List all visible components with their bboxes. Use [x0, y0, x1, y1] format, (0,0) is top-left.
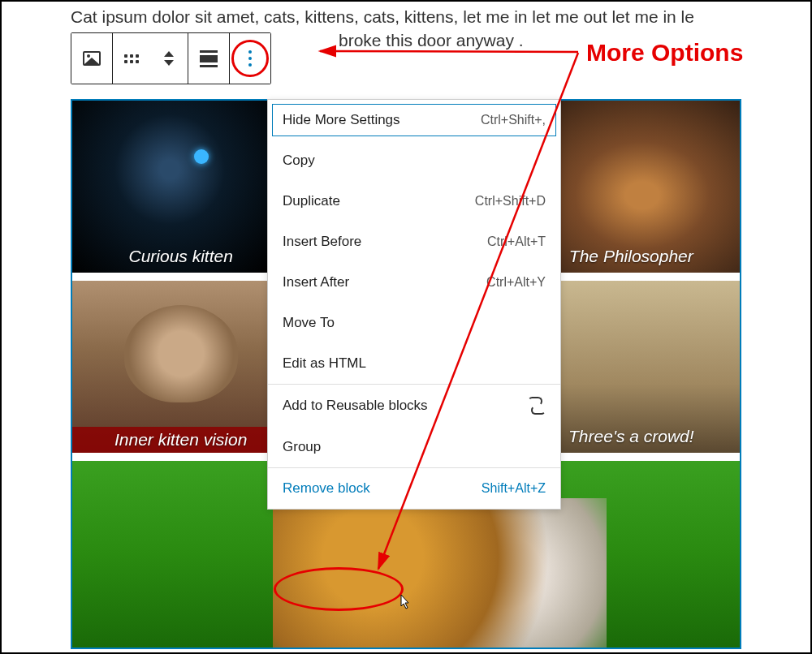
cursor-icon: [397, 593, 412, 615]
menu-edit-as-html[interactable]: Edit as HTML: [268, 343, 560, 384]
menu-group[interactable]: Group: [268, 427, 560, 467]
drag-icon: [124, 54, 139, 63]
tile-caption: Inner kitten vision: [72, 427, 289, 453]
align-button[interactable]: [188, 33, 229, 84]
menu-item-label: Insert Before: [283, 234, 361, 250]
block-toolbar: [71, 32, 271, 84]
more-vertical-icon: [248, 50, 252, 67]
menu-item-label: Remove block: [283, 480, 370, 497]
menu-item-label: Move To: [283, 315, 335, 331]
reusable-icon: [528, 397, 546, 415]
gallery-tile[interactable]: Inner kitten vision: [72, 281, 289, 453]
menu-remove-block[interactable]: Remove block Shift+Alt+Z: [268, 468, 560, 509]
drag-handle[interactable]: [113, 33, 150, 84]
paragraph-text-2: broke this door anyway .: [339, 31, 524, 50]
menu-item-label: Group: [283, 439, 321, 455]
menu-item-shortcut: Ctrl+Alt+T: [487, 234, 546, 249]
paragraph-text: Cat ipsum dolor sit amet, cats, kittens,…: [71, 2, 741, 28]
more-options-button[interactable]: [230, 33, 270, 84]
menu-item-shortcut: Ctrl+Shift+D: [475, 194, 546, 209]
block-type-button[interactable]: [71, 33, 112, 84]
menu-item-label: Hide More Settings: [283, 112, 400, 128]
tile-caption: Curious kitten: [72, 247, 289, 266]
menu-item-shortcut: Ctrl+Alt+Y: [486, 275, 546, 290]
menu-add-reusable[interactable]: Add to Reusable blocks: [268, 385, 560, 427]
menu-hide-more-settings[interactable]: Hide More Settings Ctrl+Shift+,: [268, 100, 560, 140]
more-options-menu: Hide More Settings Ctrl+Shift+, Copy Dup…: [267, 99, 561, 510]
menu-item-label: Add to Reusable blocks: [283, 398, 428, 414]
menu-item-label: Edit as HTML: [283, 355, 366, 372]
menu-copy[interactable]: Copy: [268, 140, 560, 181]
menu-item-label: Duplicate: [283, 193, 340, 209]
menu-item-label: Insert After: [283, 274, 349, 290]
move-icon: [164, 51, 174, 66]
align-icon: [200, 50, 218, 67]
menu-item-shortcut: Shift+Alt+Z: [482, 481, 546, 496]
menu-move-to[interactable]: Move To: [268, 303, 560, 343]
gallery-tile[interactable]: Curious kitten: [72, 101, 289, 273]
menu-insert-before[interactable]: Insert Before Ctrl+Alt+T: [268, 222, 560, 262]
menu-item-shortcut: Ctrl+Shift+,: [481, 113, 546, 127]
menu-item-label: Copy: [283, 153, 315, 169]
menu-insert-after[interactable]: Insert After Ctrl+Alt+Y: [268, 262, 560, 303]
move-updown-button[interactable]: [150, 33, 188, 84]
menu-duplicate[interactable]: Duplicate Ctrl+Shift+D: [268, 181, 560, 222]
annotation-label: More Options: [586, 39, 743, 67]
image-icon: [83, 51, 101, 66]
